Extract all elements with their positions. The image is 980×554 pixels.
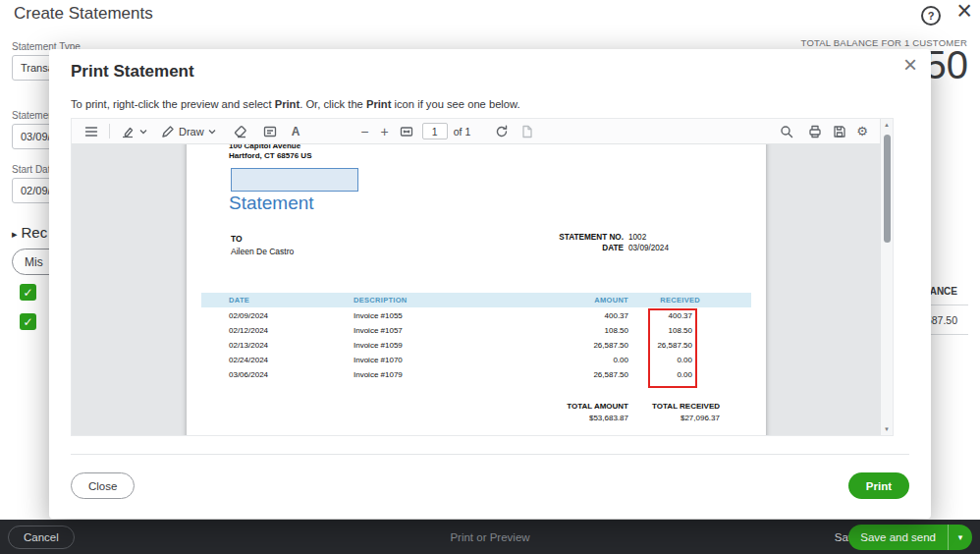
statement-date-value: 03/09/ [21,131,51,142]
cell-amount: 108.50 [550,326,628,335]
cell-amount: 0.00 [550,356,628,364]
cell-date: 02/13/2024 [229,341,268,350]
cell-date: 02/24/2024 [229,356,268,364]
pdf-scrollbar[interactable]: ▲ ▼ [880,119,893,435]
menu-icon [83,124,99,139]
cell-amount: 26,587.50 [550,370,628,379]
footer-status-text: Print or Preview [450,531,529,543]
instr-text: icon if you see one below. [391,98,519,110]
save-icon [832,124,847,139]
recipient-name: Aileen De Castro [231,247,294,256]
total-balance-amount: 50 [925,43,969,87]
page-number-input[interactable] [422,123,448,139]
red-highlight-annotation [648,308,697,388]
download-button[interactable] [832,124,847,139]
header-received: RECEIVED [660,296,700,305]
instr-bold: Print [275,98,299,110]
printer-icon [807,124,823,139]
draw-tool-button[interactable]: Draw [160,124,217,139]
rotate-button[interactable] [494,124,510,139]
sidebar-toggle-button[interactable] [83,124,99,139]
page-title: Create Statements [14,4,153,24]
chevron-down-icon [207,127,217,137]
document-properties-button[interactable] [519,124,535,139]
eraser-icon [233,124,248,139]
start-date-label: Start Dat [12,164,50,175]
zoom-out-button[interactable]: − [360,125,368,138]
company-address-line1: 100 Capitol Avenue [229,144,300,150]
recipients-label: Rec [22,224,48,241]
close-icon[interactable]: × [956,0,972,27]
chevron-down-icon [138,127,148,137]
text-box-icon [262,124,278,139]
footer-action-bar: Cancel Print or Preview Save Save and se… [0,520,980,554]
statement-pdf-page: 100 Capitol Avenue Hartford, CT 68576 US… [187,144,766,435]
instr-text: . Or, click the [299,98,366,110]
start-date-value: 02/09/ [21,185,51,196]
document-icon [519,124,535,139]
text-format-tool-button[interactable]: A [292,126,300,138]
scroll-down-icon[interactable]: ▼ [881,426,893,432]
cell-date: 02/12/2024 [229,326,268,335]
save-and-send-label: Save and send [848,531,948,543]
statement-meta: STATEMENT NO. 1002 DATE 03/09/2024 [481,233,687,254]
cell-date: 03/06/2024 [229,370,268,379]
minus-icon: − [360,125,368,138]
chevron-down-icon[interactable]: ▾ [949,532,972,542]
font-icon: A [292,126,300,138]
print-icon-button[interactable] [807,124,823,139]
plus-icon: + [381,125,389,138]
total-received-label: TOTAL RECEIVED [563,402,720,411]
check-icon: ✓ [23,286,32,300]
customer-row-checkbox[interactable]: ✓ [20,284,36,301]
filter-chip-label: Mis [25,255,43,269]
header-description: DESCRIPTION [354,296,408,305]
pen-icon [160,124,176,139]
instr-text: To print, right-click the preview and se… [71,98,275,110]
statement-date-label: DATE [481,244,624,252]
cell-description: Invoice #1079 [354,370,403,379]
statement-no-value: 1002 [624,233,687,242]
recipients-section-toggle[interactable]: ▸Rec [12,224,47,241]
highlight-tool-button[interactable] [120,124,148,139]
modal-close-icon[interactable]: × [903,51,917,79]
toolbar-separator [109,124,110,138]
table-rule [925,305,968,305]
modal-print-button[interactable]: Print [848,472,909,499]
draw-label: Draw [179,126,204,138]
modal-close-button[interactable]: Close [71,472,135,499]
help-icon[interactable]: ? [921,6,941,26]
settings-button[interactable]: ⚙ [856,125,868,138]
statement-doc-title: Statement [229,193,314,214]
cell-description: Invoice #1057 [354,326,403,335]
cell-description: Invoice #1070 [354,356,403,364]
header-amount: AMOUNT [594,296,628,305]
text-box-tool-button[interactable] [262,124,278,139]
modal-instructions: To print, right-click the preview and se… [71,98,520,110]
fit-width-button[interactable] [399,124,414,139]
cancel-button[interactable]: Cancel [8,526,75,549]
scrollbar-thumb[interactable] [884,135,891,243]
statement-no-label: STATEMENT NO. [481,233,624,242]
modal-footer-divider [71,454,909,455]
header-date: DATE [229,296,249,305]
company-address-line2: Hartford, CT 68576 US [229,151,311,160]
cell-date: 02/09/2024 [229,311,268,320]
statement-table-header: DATE DESCRIPTION AMOUNT RECEIVED [201,293,751,307]
scroll-up-icon[interactable]: ▲ [881,122,893,128]
customer-row-checkbox[interactable]: ✓ [20,313,36,330]
modal-title: Print Statement [71,62,194,82]
cell-amount: 26,587.50 [550,341,628,350]
instr-bold: Print [366,98,391,110]
check-icon: ✓ [23,315,32,329]
to-label: TO [231,234,243,244]
save-and-send-button[interactable]: Save and send ▾ [848,525,972,550]
erase-tool-button[interactable] [233,124,248,139]
print-statement-modal: × Print Statement To print, right-click … [49,49,931,519]
search-button[interactable] [779,124,794,139]
total-received-value: $27,096.37 [563,414,720,422]
zoom-in-button[interactable]: + [381,125,389,138]
table-rule [925,334,968,335]
page-count-label: of 1 [454,126,471,138]
text-annotation-box[interactable] [231,168,358,192]
